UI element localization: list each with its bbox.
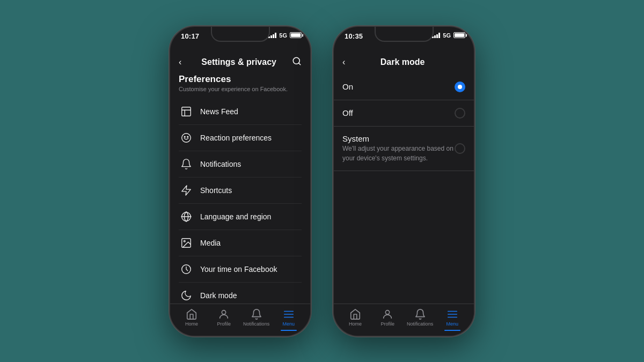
radio-off[interactable] [455,108,465,119]
dark-mode-off-label: Off [342,108,455,117]
svg-point-5 [182,133,191,142]
network-type-2: 5G [443,32,451,39]
moon-icon [179,288,194,303]
tab-profile[interactable]: Profile [208,308,240,327]
tab-notifications-label-2: Notifications [407,321,433,327]
shortcuts-icon [179,183,194,198]
bell-icon [179,157,194,172]
tab-active-indicator [281,330,297,331]
phone-content: Preferences Customise your experience on… [170,74,310,327]
svg-point-6 [184,136,185,137]
tab-bar-2: Home Profile Notifications Menu [334,304,474,336]
radio-system[interactable] [455,143,465,154]
signal-bars-icon-2 [432,33,440,38]
tab-profile-2[interactable]: Profile [371,308,404,327]
scroll-content: Preferences Customise your experience on… [170,74,310,304]
darkmode-phone: 10:35 5G ‹ Dark mode On [333,26,475,337]
notifications-label: Notifications [200,160,302,168]
tab-active-indicator-2 [444,330,460,331]
preferences-title: Preferences [179,74,302,85]
tab-home-label: Home [185,321,198,327]
status-icons-2: 5G [432,32,465,39]
time-on-fb-label: Your time on Facebook [200,265,302,274]
notifications-item[interactable]: Notifications [179,151,302,178]
language-item[interactable]: Language and region [179,204,302,230]
nav-title: Settings & privacy [186,57,292,67]
dark-mode-item[interactable]: Dark mode [179,283,302,304]
shortcuts-label: Shortcuts [200,186,302,195]
nav-bar: ‹ Settings & privacy [170,50,310,74]
back-button[interactable]: ‹ [179,57,181,67]
dark-mode-on-content: On [342,82,455,91]
svg-point-10 [184,240,185,242]
svg-point-26 [386,311,390,314]
battery-icon-2 [453,32,465,38]
globe-icon [179,209,194,224]
svg-line-1 [298,63,300,64]
tab-menu[interactable]: Menu [273,308,305,327]
notch-2 [375,27,434,42]
shortcuts-item[interactable]: Shortcuts [179,178,302,204]
tab-menu-label: Menu [283,321,295,327]
clock-icon [179,262,194,277]
reaction-prefs-item[interactable]: Reaction preferences [179,125,302,151]
dark-mode-system-label: System [342,134,455,143]
news-feed-item[interactable]: News Feed [179,99,302,125]
nav-title-2: Dark mode [349,57,456,67]
tab-profile-label: Profile [217,321,231,327]
signal-bars-icon [268,33,276,38]
tab-notifications[interactable]: Notifications [240,308,273,327]
settings-phone: 10:17 5G ‹ Settings & privacy [169,26,311,337]
nav-bar-2: ‹ Dark mode [334,50,474,74]
tab-home-2[interactable]: Home [339,308,371,327]
tab-home-label-2: Home [349,321,362,327]
dark-mode-system-content: System We'll adjust your appearance base… [342,134,455,164]
radio-on[interactable] [455,82,465,92]
notch [211,27,270,42]
search-button[interactable] [292,56,302,68]
media-item[interactable]: Media [179,230,302,256]
language-label: Language and region [200,212,302,221]
network-type: 5G [279,32,287,39]
status-icons: 5G [268,32,302,39]
svg-point-22 [222,311,226,314]
preferences-subtitle: Customise your experience on Facebook. [179,86,302,92]
time-on-fb-item[interactable]: Your time on Facebook [179,256,302,283]
tab-notifications-label: Notifications [243,321,269,327]
dark-mode-on-option[interactable]: On [334,74,474,100]
preferences-section-header: Preferences Customise your experience on… [179,74,302,92]
dark-mode-options: On Off System We'll adjust your appearan… [334,74,474,172]
dark-mode-on-label: On [342,82,455,91]
reaction-prefs-label: Reaction preferences [200,134,302,142]
tab-menu-label-2: Menu [447,321,459,327]
dark-mode-off-option[interactable]: Off [334,100,474,127]
dark-mode-system-desc: We'll adjust your appearance based on yo… [342,145,453,162]
battery-icon [290,32,302,38]
back-button-2[interactable]: ‹ [342,57,345,67]
dark-mode-system-option[interactable]: System We'll adjust your appearance base… [334,127,474,172]
darkmode-content: On Off System We'll adjust your appearan… [334,74,474,327]
reaction-icon [179,130,194,145]
news-feed-icon [179,104,194,119]
dark-mode-label: Dark mode [200,291,302,300]
tab-bar: Home Profile Notifications Menu [170,304,310,336]
svg-rect-2 [182,107,191,116]
news-feed-label: News Feed [200,107,302,116]
svg-point-7 [187,136,188,137]
tab-menu-2[interactable]: Menu [436,308,469,327]
status-time: 10:17 [181,32,199,40]
media-label: Media [200,239,302,247]
media-icon [179,235,194,250]
status-time-2: 10:35 [345,32,363,40]
tab-home[interactable]: Home [175,308,208,327]
dark-mode-off-content: Off [342,108,455,117]
tab-notifications-2[interactable]: Notifications [404,308,436,327]
tab-profile-label-2: Profile [381,321,395,327]
